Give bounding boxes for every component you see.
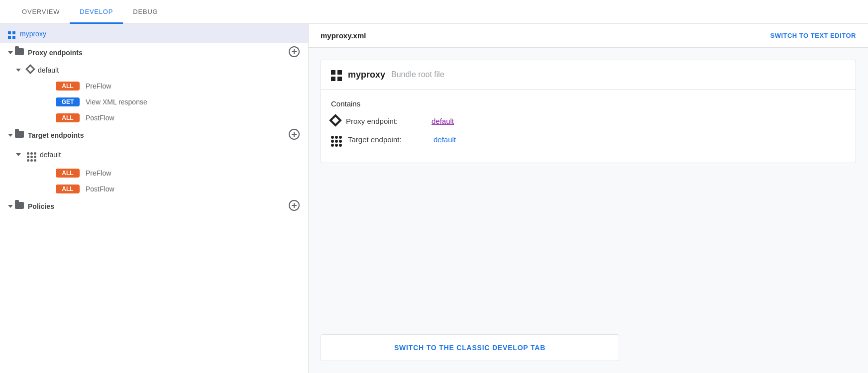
contains-label: Contains <box>331 99 846 108</box>
policies-header[interactable]: Policies <box>0 197 308 215</box>
target-default-label: default <box>40 151 61 159</box>
proxy-default-diamond-icon <box>27 66 34 74</box>
target-default-dots-icon <box>27 148 36 161</box>
switch-text-editor-btn[interactable]: SWITCH TO TEXT EDITOR <box>770 32 856 39</box>
bundle-grid-icon <box>331 68 342 81</box>
proxy-getflow-badge: GET <box>56 97 80 106</box>
proxy-default-chevron <box>16 69 21 72</box>
tree-root-item[interactable]: myproxy <box>0 24 308 43</box>
target-default-child: default ALL PreFlow ALL PostFlow <box>0 144 308 197</box>
bundle-card: myproxy Bundle root file Contains Proxy … <box>321 60 856 163</box>
main-layout: myproxy Proxy endpoints <box>0 24 868 373</box>
file-name: myproxy.xml <box>321 31 366 40</box>
target-preflow-item[interactable]: ALL PreFlow <box>56 165 308 181</box>
proxy-endpoints-add-btn[interactable] <box>288 46 300 59</box>
proxy-endpoint-label: Proxy endpoint: <box>346 117 426 125</box>
right-panel: myproxy.xml SWITCH TO TEXT EDITOR myprox… <box>309 24 868 373</box>
target-preflow-badge: ALL <box>56 169 80 178</box>
proxy-getflow-item[interactable]: GET View XML response <box>56 94 308 110</box>
policies-folder-icon <box>15 202 24 210</box>
proxy-postflow-badge: ALL <box>56 113 80 122</box>
myproxy-grid-icon <box>8 28 16 39</box>
proxy-default-header[interactable]: default <box>16 62 308 78</box>
proxy-default-label: default <box>38 66 59 74</box>
policies-section: Policies <box>0 197 308 215</box>
proxy-endpoints-header[interactable]: Proxy endpoints <box>0 43 308 62</box>
tab-debug[interactable]: DEBUG <box>123 1 168 24</box>
proxy-endpoints-folder-icon <box>15 48 24 57</box>
right-panel-content: myproxy Bundle root file Contains Proxy … <box>309 48 868 326</box>
proxy-endpoint-diamond-icon <box>331 116 340 126</box>
policies-chevron <box>8 205 13 208</box>
top-nav: OVERVIEW DEVELOP DEBUG <box>0 0 868 24</box>
target-endpoints-folder-icon <box>15 131 24 139</box>
proxy-flows: ALL PreFlow GET View XML response ALL Po… <box>16 78 308 126</box>
target-postflow-item[interactable]: ALL PostFlow <box>56 181 308 197</box>
proxy-preflow-item[interactable]: ALL PreFlow <box>56 78 308 94</box>
target-endpoints-add-btn[interactable] <box>288 128 300 142</box>
right-panel-header: myproxy.xml SWITCH TO TEXT EDITOR <box>309 24 868 48</box>
target-postflow-name: PostFlow <box>86 185 114 193</box>
proxy-default-child: default ALL PreFlow GET View XML respons… <box>0 62 308 126</box>
target-endpoints-title: Target endpoints <box>28 131 84 139</box>
policies-add-btn[interactable] <box>288 199 300 213</box>
proxy-preflow-badge: ALL <box>56 82 80 91</box>
root-item-label: myproxy <box>20 30 46 38</box>
proxy-endpoints-title: Proxy endpoints <box>28 49 83 57</box>
target-endpoint-label: Target endpoint: <box>348 135 428 144</box>
policies-title: Policies <box>28 202 54 210</box>
target-default-header[interactable]: default <box>16 144 308 165</box>
target-endpoint-link[interactable]: default <box>434 135 456 144</box>
proxy-preflow-name: PreFlow <box>86 82 111 90</box>
target-endpoints-section: Target endpoints <box>0 126 308 197</box>
target-endpoints-header[interactable]: Target endpoints <box>0 126 308 144</box>
proxy-getflow-name: View XML response <box>86 98 147 106</box>
proxy-endpoint-row: Proxy endpoint: default <box>331 116 846 126</box>
bottom-area: SWITCH TO THE CLASSIC DEVELOP TAB <box>309 326 868 373</box>
switch-classic-btn[interactable]: SWITCH TO THE CLASSIC DEVELOP TAB <box>321 334 619 361</box>
bundle-card-body: Contains Proxy endpoint: default <box>321 90 856 163</box>
tab-overview[interactable]: OVERVIEW <box>12 1 70 24</box>
target-flows: ALL PreFlow ALL PostFlow <box>16 165 308 197</box>
tab-develop[interactable]: DEVELOP <box>70 1 123 24</box>
target-endpoint-dots-icon <box>331 132 342 147</box>
bundle-card-header: myproxy Bundle root file <box>321 60 856 90</box>
proxy-endpoints-chevron <box>8 51 13 54</box>
target-default-chevron <box>16 153 21 156</box>
target-endpoint-row: Target endpoint: default <box>331 132 846 147</box>
proxy-endpoint-link[interactable]: default <box>432 117 454 125</box>
bundle-name: myproxy <box>348 70 385 80</box>
bundle-subtitle: Bundle root file <box>391 70 444 79</box>
proxy-postflow-name: PostFlow <box>86 114 114 122</box>
target-endpoints-chevron <box>8 134 13 137</box>
target-postflow-badge: ALL <box>56 185 80 193</box>
proxy-postflow-item[interactable]: ALL PostFlow <box>56 110 308 126</box>
left-panel: myproxy Proxy endpoints <box>0 24 309 373</box>
target-preflow-name: PreFlow <box>86 169 111 177</box>
proxy-endpoints-section: Proxy endpoints default <box>0 43 308 126</box>
